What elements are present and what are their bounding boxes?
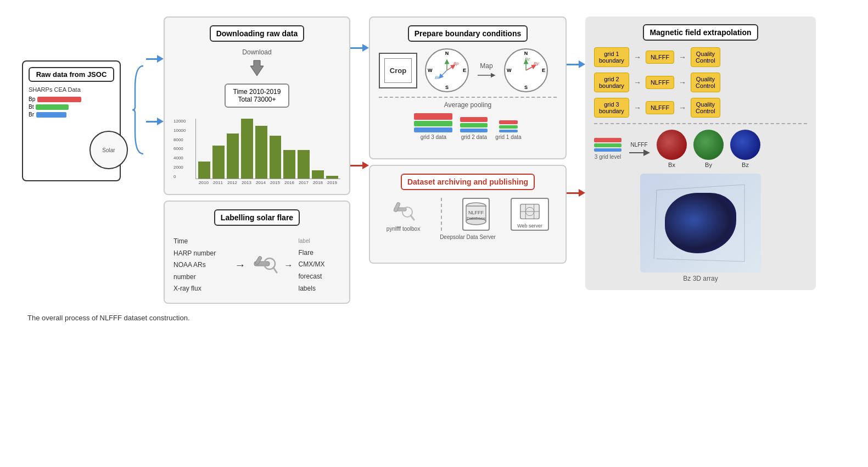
- crop-inner: Crop: [384, 58, 412, 83]
- blob-by-block: By: [693, 130, 724, 168]
- magnetic-section: Magnetic field extrapolation grid 1 boun…: [585, 16, 816, 290]
- x-2015: 2015: [269, 180, 281, 185]
- grid3-img: [414, 113, 452, 132]
- nlfff-arrow-svg: [628, 149, 650, 157]
- vis-bar-b: [594, 148, 621, 152]
- web-server-svg: [518, 200, 542, 223]
- svg-text:Bz: Bz: [525, 57, 530, 62]
- avg-pool-label: Average pooling: [379, 101, 557, 109]
- y-label-8000: 8000: [173, 137, 186, 142]
- dataset-content: pynlfff toolbox NLFFF Database: [379, 197, 557, 232]
- arrow-line-mag-bottom: [567, 192, 579, 194]
- left-col: Downloading raw data Download Time 2010-…: [164, 16, 350, 304]
- x-2013: 2013: [240, 180, 253, 185]
- svg-text:Database: Database: [467, 216, 486, 221]
- compass2-s: S: [524, 85, 528, 90]
- svg-text:NLFFF: NLFFF: [468, 210, 484, 215]
- grid1-boundary-label: grid 1: [599, 51, 624, 57]
- download-section: Downloading raw data Download Time 2010-…: [164, 16, 350, 195]
- x-2011: 2011: [212, 180, 224, 185]
- map-arrow-svg: [477, 72, 496, 79]
- brace-connector: [130, 60, 146, 159]
- deepsolar-label: Deepsolar Data Server: [379, 234, 557, 240]
- grid3-nlfff-row: grid 3 boundary → NLFFF → QualityControl: [594, 98, 807, 118]
- svg-text:Bp: Bp: [453, 61, 459, 66]
- y-label-4000: 4000: [173, 155, 186, 160]
- download-title: Downloading raw data: [210, 25, 305, 42]
- three-grid-label: 3 grid level: [594, 154, 621, 160]
- compass1-area: N S E W: [425, 48, 469, 92]
- bar-2012: [227, 134, 239, 179]
- bar-bp: [37, 97, 81, 102]
- bar-bt: [36, 104, 69, 110]
- grid2-boundary-label: grid 2: [599, 76, 624, 82]
- map-section: Crop N S E W: [379, 48, 557, 92]
- label-field-harp: HARP number: [173, 248, 229, 260]
- solar-circle: Solar: [89, 131, 128, 169]
- raw-data-title: Raw data from JSOC: [29, 67, 114, 82]
- x-2014: 2014: [255, 180, 267, 185]
- svg-text:By: By: [534, 61, 539, 66]
- raw-data-subtitle: SHARPs CEA Data: [29, 86, 114, 93]
- grid3-label: grid 3 data: [421, 134, 446, 140]
- dashed-line-v: [441, 198, 442, 231]
- db-svg: NLFFF Database: [464, 201, 488, 228]
- grid-nlfff-rows: grid 1 boundary → NLFFF → QualityControl…: [594, 47, 807, 118]
- grid2-bar2: [460, 123, 488, 127]
- channel-br-row: Br: [29, 112, 114, 118]
- nlfff-db-block: NLFFF Database: [462, 198, 490, 231]
- crop-box: Crop: [379, 53, 417, 88]
- dataset-title-wrap: Dataset archiving and publishing: [379, 174, 557, 197]
- arrow2-1: →: [634, 78, 641, 87]
- nlfff-vis-label: NLFFF: [630, 142, 647, 148]
- arrow3-1: →: [634, 103, 641, 112]
- channel-bt-row: Bt: [29, 104, 114, 110]
- grid3-boundary-box: grid 3 boundary: [594, 98, 629, 118]
- arrow2-2: →: [679, 78, 686, 87]
- bz-3d-label: Bz 3D array: [683, 275, 718, 282]
- channel-bars: Bp Bt Br: [29, 96, 114, 118]
- time-box: Time 2010-2019 Total 73000+: [225, 84, 290, 108]
- map-label-wrap: Map: [477, 62, 496, 79]
- channel-bt-label: Bt: [29, 104, 33, 110]
- grid1-boundary-box: grid 1 boundary: [594, 47, 629, 67]
- y-label-10000: 10000: [173, 128, 186, 133]
- arrow1-2: →: [679, 53, 686, 62]
- bar-2014: [255, 126, 267, 179]
- grid3-bar2: [414, 121, 452, 126]
- svg-line-3: [273, 268, 277, 273]
- labelling-title-wrap: Labelling solar flare: [173, 209, 340, 232]
- center-col: Prepare boundary conditions Crop: [369, 16, 567, 264]
- compass2-w: W: [507, 68, 512, 73]
- total-info: Total 73000+: [233, 96, 281, 103]
- solar-label: Solar: [102, 147, 115, 153]
- compass1-s: S: [445, 85, 449, 90]
- web-server-block: Web server: [511, 198, 549, 231]
- svg-line-32: [657, 259, 744, 262]
- web-server-label: Web server: [517, 223, 542, 229]
- label-field-time: Time: [173, 236, 229, 248]
- grid1-bar3: [499, 130, 518, 132]
- x-2018: 2018: [312, 180, 324, 185]
- blob-by: [693, 130, 724, 160]
- label-arrow-right2: →: [284, 260, 293, 270]
- label-content: Time HARP number NOAA ARs number X-ray f…: [173, 236, 340, 295]
- raw-data-box: Raw data from JSOC SHARPs CEA Data Bp Bt…: [22, 60, 121, 181]
- arrow1-1: →: [634, 53, 641, 62]
- grid1-bar2: [499, 125, 518, 129]
- arrow-to-mag-col: [567, 44, 585, 197]
- grid-input-bars: [594, 138, 621, 152]
- bar-2019: [326, 176, 338, 179]
- blob-by-label: By: [705, 162, 712, 168]
- grid2-block: grid 2 data: [460, 117, 488, 140]
- quality-box-3: QualityControl: [691, 98, 720, 118]
- grid1-img: [499, 120, 518, 132]
- label-field-noaa: NOAA ARs number: [173, 259, 229, 283]
- channel-br-label: Br: [29, 112, 34, 118]
- label-field-label: label: [299, 236, 340, 246]
- svg-marker-0: [250, 60, 264, 76]
- tools-svg-icon: [251, 251, 279, 278]
- nlfff-vis-arrow: NLFFF: [628, 142, 650, 157]
- y-label-12000: 12000: [173, 119, 186, 124]
- chart-bars: [195, 119, 340, 179]
